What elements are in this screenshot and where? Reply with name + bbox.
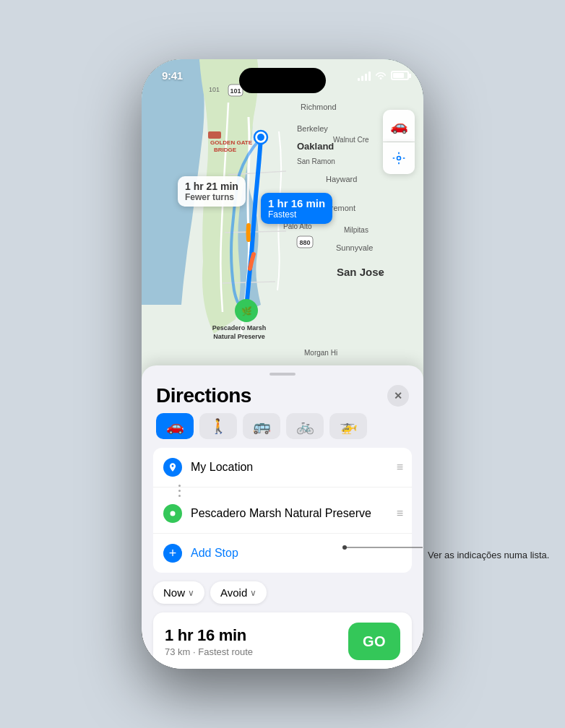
route-time-1: 1 hr 16 min (165, 626, 348, 645)
phone-frame: 9:41 (142, 59, 423, 669)
directions-title: Directions (156, 384, 251, 407)
route-option-1[interactable]: 1 hr 16 min 73 km · Fastest route GO (153, 612, 412, 669)
my-location-map-btn[interactable] (383, 142, 415, 174)
fastest-route-time: 1 hr 16 min (268, 197, 325, 209)
avoid-label: Avoid (220, 586, 247, 599)
destination-label: Pescadero Marsh Natural Preserve (191, 507, 388, 520)
battery-icon (391, 71, 409, 80)
svg-text:Richmond: Richmond (301, 103, 337, 111)
svg-text:San Jose: San Jose (337, 266, 384, 278)
annotation-line (337, 533, 424, 562)
alt-route-label: Fewer turns (185, 192, 238, 202)
now-filter[interactable]: Now ∨ (153, 581, 204, 604)
map-area: Richmond Berkeley Oakland Walnut Cre San… (142, 59, 423, 391)
svg-text:Berkeley: Berkeley (297, 124, 328, 133)
svg-text:Walnut Cre: Walnut Cre (333, 136, 369, 144)
tab-transit[interactable]: 🚌 (243, 413, 280, 439)
phone-screen: 9:41 (142, 59, 423, 669)
svg-rect-23 (208, 131, 221, 139)
destination-icon (163, 504, 182, 523)
map-buttons: 🚗 (383, 110, 415, 174)
tab-walk[interactable]: 🚶 (199, 413, 237, 439)
svg-text:Hayward: Hayward (326, 175, 357, 183)
route-bubble-alt[interactable]: 1 hr 21 min Fewer turns (178, 176, 246, 207)
go-button-1[interactable]: GO (348, 623, 400, 660)
drag-handle-icon: ≡ (397, 461, 402, 474)
svg-text:Pescadero Marsh: Pescadero Marsh (212, 324, 267, 332)
origin-row[interactable]: My Location ≡ (153, 448, 412, 488)
status-time: 9:41 (162, 69, 183, 82)
signal-icon (358, 71, 371, 81)
svg-text:GOLDEN GATE: GOLDEN GATE (210, 139, 253, 146)
fastest-route-label: Fastest (268, 209, 325, 220)
route-info-1: 1 hr 16 min 73 km · Fastest route (165, 626, 348, 657)
annotation-text: Ver as indicações numa lista. (428, 548, 558, 563)
add-stop-icon: + (163, 544, 182, 563)
svg-text:BRIDGE: BRIDGE (214, 147, 237, 153)
destination-drag-handle: ≡ (397, 507, 402, 520)
svg-point-30 (397, 157, 401, 160)
svg-text:Sunnyvale: Sunnyvale (336, 243, 373, 252)
now-arrow: ∨ (188, 588, 194, 598)
transport-tabs: 🚗 🚶 🚌 🚲 🚁 (142, 413, 423, 448)
transport-mode-map-btn[interactable]: 🚗 (383, 110, 415, 142)
dynamic-island (239, 68, 326, 93)
route-details-1: 73 km · Fastest route (165, 646, 348, 657)
my-location-icon (163, 458, 182, 477)
avoid-arrow: ∨ (250, 588, 256, 598)
svg-point-31 (171, 511, 176, 516)
svg-point-1 (342, 545, 347, 550)
alt-route-time: 1 hr 21 min (185, 181, 238, 192)
tab-cycle[interactable]: 🚲 (286, 413, 324, 439)
svg-text:880: 880 (299, 239, 310, 246)
svg-text:🌿: 🌿 (241, 306, 252, 316)
sheet-header: Directions ✕ (142, 376, 423, 413)
svg-text:Oakland: Oakland (297, 141, 334, 152)
wifi-icon (375, 69, 387, 82)
svg-text:San Ramon: San Ramon (297, 157, 335, 165)
filter-pills: Now ∨ Avoid ∨ (142, 581, 423, 612)
svg-text:Milpitas: Milpitas (344, 226, 368, 234)
destination-row[interactable]: Pescadero Marsh Natural Preserve ≡ (153, 494, 412, 534)
route-bubble-fastest[interactable]: 1 hr 16 min Fastest (261, 193, 332, 224)
svg-text:Morgan Hi: Morgan Hi (304, 349, 337, 357)
svg-text:Natural Preserve: Natural Preserve (213, 333, 265, 340)
origin-label: My Location (191, 461, 388, 474)
avoid-filter[interactable]: Avoid ∨ (210, 581, 267, 604)
svg-point-25 (257, 134, 264, 141)
now-label: Now (163, 586, 185, 599)
tab-drive[interactable]: 🚗 (156, 413, 194, 439)
svg-text:•: • (380, 270, 382, 277)
directions-sheet: Directions ✕ 🚗 🚶 🚌 🚲 🚁 (142, 365, 423, 669)
status-icons (358, 69, 409, 82)
close-button[interactable]: ✕ (387, 385, 409, 407)
tab-rideshare[interactable]: 🚁 (329, 413, 367, 439)
